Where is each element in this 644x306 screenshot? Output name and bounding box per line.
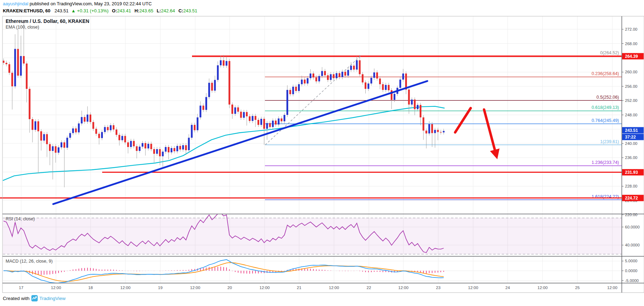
candle-body: [17, 49, 19, 76]
candle-body: [84, 117, 86, 122]
time-tick-label: 12:00: [190, 286, 200, 290]
candle-body: [52, 146, 54, 151]
candle-body: [249, 116, 250, 121]
price-tick-label: 236.00: [625, 155, 637, 160]
chart-title: Ethereum / U.S. Dollar, 60, KRAKEN: [6, 18, 89, 24]
candle-body: [336, 73, 338, 78]
price-badge-text: 37:22: [625, 135, 636, 140]
candle-body: [148, 144, 149, 148]
candle-body: [286, 90, 288, 115]
candle-body: [150, 144, 152, 149]
candle-body: [379, 79, 381, 84]
price-tick-label: 5.0000: [625, 259, 637, 263]
candle-body: [353, 66, 355, 69]
price-badge-text: 224.72: [625, 196, 638, 201]
candle-body: [66, 138, 68, 148]
candle-body: [243, 112, 245, 118]
candle-body: [275, 121, 277, 124]
price-tick-label: 248.00: [625, 113, 637, 117]
candle-body: [46, 134, 48, 144]
fib-label: 0(264.52): [600, 50, 619, 55]
candle-body: [26, 63, 27, 89]
candle-body: [394, 94, 395, 100]
candle-body: [133, 141, 135, 146]
candle-body: [199, 106, 201, 117]
candle-body: [139, 147, 141, 151]
candle-body: [362, 74, 364, 82]
candle-body: [255, 116, 256, 120]
candle-body: [229, 61, 230, 104]
candle-body: [205, 97, 207, 110]
candle-body: [89, 115, 91, 122]
candle-body: [95, 129, 97, 134]
time-tick-label: 12:00: [260, 286, 270, 290]
candle-body: [3, 61, 5, 63]
candle-body: [58, 147, 60, 153]
candle-body: [182, 145, 184, 149]
annotation-arrow: [484, 110, 496, 155]
candle-body: [173, 148, 175, 151]
price-badge: 243.51: [622, 127, 644, 134]
candle-body: [252, 116, 253, 121]
candle-body: [301, 80, 303, 84]
time-tick-label: 19: [158, 286, 163, 290]
price-tick-label: 256.00: [625, 84, 637, 88]
candle-body: [81, 117, 82, 123]
candle-body: [312, 74, 314, 78]
candle-body: [75, 128, 77, 132]
ema-indicator-label: EMA (100, close): [6, 25, 39, 30]
candle-body: [231, 105, 233, 114]
time-tick-label: 24: [506, 286, 510, 290]
candle-body: [191, 125, 193, 137]
candle-body: [214, 80, 216, 91]
candle-body: [217, 65, 219, 80]
candle-body: [78, 123, 80, 132]
price-tick-label: -5.0000: [625, 279, 639, 283]
candle-body: [292, 87, 294, 94]
candle-body: [168, 147, 169, 152]
price-tick-label: 260.00: [625, 70, 637, 74]
candle-body: [240, 112, 242, 118]
tradingview-chart-page: aayushjindal published on TradingView.co…: [0, 0, 644, 306]
candle-body: [260, 119, 262, 125]
price-tick-label: 228.00: [625, 184, 637, 188]
time-tick-label: 12:00: [607, 286, 618, 290]
time-tick-label: 12:00: [329, 286, 339, 290]
candle-body: [414, 99, 416, 109]
candle-body: [350, 66, 352, 70]
candle-body: [281, 118, 283, 121]
candle-body: [113, 125, 114, 129]
candle-body: [417, 105, 419, 109]
candle-body: [159, 149, 161, 156]
candle-body: [165, 147, 167, 152]
price-badge: 264.39: [622, 53, 644, 60]
candle-body: [35, 121, 36, 130]
candle-body: [246, 112, 248, 116]
price-badge-text: 243.51: [625, 128, 638, 133]
price-tick-label: 268.00: [625, 42, 637, 46]
chart-canvas[interactable]: 0(264.52)0.236(258.64)0.5(252.06)0.618(2…: [0, 0, 644, 306]
candle-body: [127, 142, 129, 147]
candle-body: [266, 123, 268, 129]
time-tick-label: 12:00: [120, 286, 131, 290]
candle-body: [20, 56, 22, 76]
candle-body: [437, 130, 439, 132]
candle-body: [422, 117, 424, 130]
candle-body: [434, 130, 436, 133]
candle-body: [426, 130, 427, 133]
candle-body: [367, 84, 369, 89]
time-tick-label: 12:00: [398, 286, 409, 290]
price-tick-label: 240.00: [625, 141, 637, 146]
candle-body: [49, 144, 51, 151]
time-tick-label: 22: [367, 286, 371, 290]
time-tick-label: 25: [575, 286, 580, 290]
candle-body: [136, 146, 138, 151]
candle-body: [237, 108, 239, 112]
candle-body: [23, 56, 25, 63]
candle-body: [29, 89, 30, 119]
time-tick-label: 20: [228, 286, 232, 290]
fib-label: 1.236(233.74): [592, 160, 619, 165]
candle-body: [373, 72, 375, 78]
fib-label: 0.5(252.06): [596, 95, 619, 100]
candle-body: [440, 132, 442, 133]
